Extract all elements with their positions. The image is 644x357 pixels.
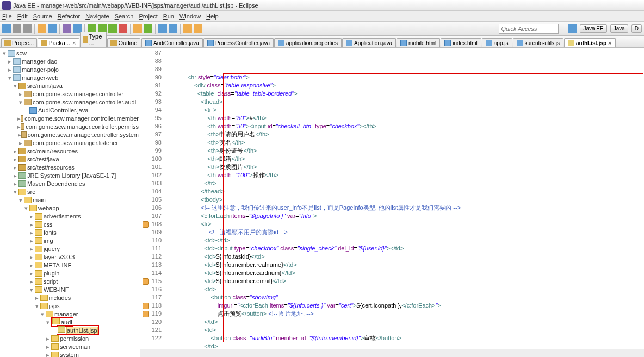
save-icon[interactable] [13, 24, 21, 33]
menu-bar[interactable]: FileEditSourceRefactorNavigateSearchProj… [0, 11, 644, 22]
perspective-javaee[interactable]: Java EE [580, 24, 606, 33]
tree-item[interactable]: ▸manager-dao [1, 57, 139, 65]
menu-search[interactable]: Search [115, 13, 134, 20]
horizontal-scrollbar[interactable] [140, 349, 644, 357]
editor-tab[interactable]: authList.jsp × [564, 38, 616, 47]
new-package-icon[interactable] [133, 24, 142, 33]
tree-item[interactable]: ▸com.gome.scw.manager.controller.member [1, 114, 139, 122]
new-icon[interactable] [2, 24, 11, 33]
view-tab-type [interactable]: Type ... [80, 32, 107, 47]
search-icon[interactable] [158, 24, 167, 33]
tree-item[interactable]: ▸fonts [1, 228, 139, 236]
perspective-d[interactable]: D [631, 24, 642, 33]
view-tab-outline[interactable]: Outline [107, 38, 140, 47]
annotation-icon[interactable] [169, 24, 177, 33]
wizard-icon[interactable] [63, 24, 71, 33]
tree-item[interactable]: ▸img [1, 236, 139, 245]
tree-item[interactable]: ▸plugin [1, 269, 139, 277]
tree-item[interactable]: ▾scw [1, 49, 139, 57]
stop-icon[interactable] [119, 24, 127, 33]
tree-item[interactable]: ▾jsps [1, 302, 139, 310]
editor-tab[interactable]: AudiController.java [141, 38, 203, 47]
editor-tab[interactable]: ProcessController.java [203, 38, 274, 47]
tree-item[interactable]: ▾manager [1, 310, 139, 318]
tree-item[interactable]: ▾WEB-INF [1, 285, 139, 293]
tree-item[interactable]: ▸com.gome.scw.manager.listener [1, 139, 139, 147]
tree-item[interactable]: ▸advertisments [1, 212, 139, 220]
editor-tab[interactable]: app.js [482, 38, 512, 47]
tree-item[interactable]: ▾webapp [1, 204, 139, 212]
tree-item[interactable]: ▸system [1, 350, 139, 357]
window-title: Java EE - manager-web/src/main/webapp/WE… [13, 2, 258, 9]
run-last-icon[interactable] [108, 24, 117, 33]
editor-area: AudiController.javaProcessController.jav… [140, 36, 644, 357]
tree-item[interactable]: ▸layer-v3.0.3 [1, 253, 139, 261]
tree-item[interactable]: ▾src [1, 187, 139, 196]
tree-item[interactable]: ▸Maven Dependencies [1, 179, 139, 187]
tree-item[interactable]: ▸com.gome.scw.manager.controller [1, 90, 139, 98]
line-gutter: 8788899091929394959697989910010110210310… [141, 48, 165, 348]
perspective-java[interactable]: Java [610, 24, 628, 33]
tree-item[interactable]: ▸JRE System Library [JavaSE-1.7] [1, 171, 139, 179]
menu-project[interactable]: Project [139, 13, 158, 20]
new-class-icon[interactable] [144, 24, 152, 33]
tree-item[interactable]: ▾src/main/java [1, 82, 139, 90]
menu-edit[interactable]: Edit [17, 13, 28, 20]
left-panel: Projec...Packa... ×Type ...Outline ▾scw▸… [0, 36, 140, 357]
code-editor[interactable]: 8788899091929394959697989910010110210310… [141, 48, 643, 348]
package-explorer-tree[interactable]: ▾scw▸manager-dao▸manager-pojo▾manager-we… [0, 48, 140, 357]
tree-item[interactable]: authList.jsp [1, 326, 139, 334]
tree-item[interactable]: ▸jquery [1, 245, 139, 253]
menu-source[interactable]: Source [33, 13, 52, 20]
view-tabs[interactable]: Projec...Packa... ×Type ...Outline [0, 36, 140, 48]
tree-item[interactable]: ▸src/test/java [1, 155, 139, 163]
editor-tab[interactable]: Application.java [342, 38, 396, 47]
tree-item[interactable]: ▸src/main/resources [1, 147, 139, 155]
tree-item[interactable]: ▾main [1, 196, 139, 204]
save-all-icon[interactable] [23, 24, 32, 33]
back-icon[interactable] [183, 24, 192, 33]
tree-item[interactable]: ▸permission [1, 334, 139, 342]
tree-item[interactable]: ▾audi [1, 318, 139, 326]
tree-item[interactable]: ▸manager-pojo [1, 65, 139, 73]
menu-run[interactable]: Run [163, 13, 174, 20]
view-tab-packa[interactable]: Packa... × [38, 38, 79, 47]
code-content[interactable]: <hr style="clear:both;"> <div class="tab… [165, 48, 643, 348]
window-titlebar: Java EE - manager-web/src/main/webapp/WE… [0, 0, 644, 11]
tree-item[interactable]: ▾com.gome.scw.manager.controller.audi [1, 98, 139, 106]
menu-navigate[interactable]: Navigate [85, 13, 109, 20]
tree-item[interactable]: ▸css [1, 220, 139, 228]
tree-item[interactable]: ▸META-INF [1, 261, 139, 269]
editor-tabs[interactable]: AudiController.javaProcessController.jav… [140, 36, 644, 48]
tree-item[interactable]: ▸script [1, 277, 139, 285]
menu-help[interactable]: Help [206, 13, 219, 20]
tree-item[interactable]: ▸includes [1, 293, 139, 302]
forward-icon[interactable] [194, 24, 202, 33]
menu-refactor[interactable]: Refactor [58, 13, 81, 20]
tree-item[interactable]: AudiController.java [1, 106, 139, 114]
tree-item[interactable]: ▸com.gome.scw.manager.controller.system [1, 130, 139, 139]
menu-window[interactable]: Window [179, 13, 201, 20]
editor-tab[interactable]: mobile.html [397, 38, 440, 47]
quick-access-input[interactable] [499, 24, 559, 34]
eclipse-icon [2, 1, 11, 10]
editor-tab[interactable]: application.properties [274, 38, 342, 47]
tool-icon[interactable] [48, 24, 57, 33]
open-perspective-icon[interactable] [568, 24, 577, 33]
build-icon[interactable] [38, 24, 46, 33]
editor-tab[interactable]: kurento-utils.js [513, 38, 564, 47]
tree-item[interactable]: ▾manager-web [1, 73, 139, 82]
editor-tab[interactable]: index.html [441, 38, 481, 47]
menu-file[interactable]: File [2, 13, 12, 20]
view-tab-projec[interactable]: Projec... [1, 38, 37, 47]
tree-item[interactable]: ▸com.gome.scw.manager.controller.permiss [1, 122, 139, 130]
tree-item[interactable]: ▸serviceman [1, 342, 139, 350]
tree-item[interactable]: ▸src/test/resources [1, 163, 139, 171]
